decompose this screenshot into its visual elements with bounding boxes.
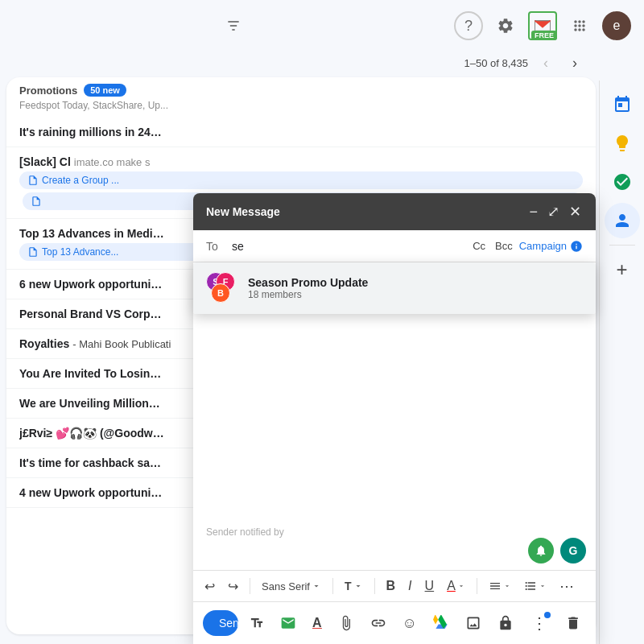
font-size-label: T bbox=[345, 580, 352, 592]
fmt-divider-3 bbox=[374, 578, 375, 594]
underline-button[interactable]: U bbox=[420, 576, 440, 597]
send-main-button[interactable]: Send bbox=[203, 610, 238, 636]
more-options-container: ⋮ bbox=[525, 609, 554, 638]
more-formatting-button[interactable]: ⋯ bbox=[555, 574, 579, 598]
text-color-button[interactable]: A bbox=[442, 576, 470, 597]
formatting-toggle-button[interactable] bbox=[245, 609, 269, 638]
blue-dot-indicator bbox=[544, 612, 551, 618]
image-button[interactable] bbox=[460, 609, 486, 638]
compose-header[interactable]: New Message − ⤢ ✕ bbox=[193, 193, 596, 230]
autocomplete-item[interactable]: S F B Season Promo Update 18 members bbox=[193, 262, 596, 314]
bell-icon-btn[interactable] bbox=[528, 538, 554, 564]
avatar-stack: S F B bbox=[206, 272, 238, 304]
email-sender: j£Rvi≥ 💕🎧🐼 (@Goodwille1) bbox=[19, 427, 164, 440]
pagination-bar: 1–50 of 8,435 ‹ › bbox=[0, 52, 644, 77]
email-sender: We are Unveiling Millionaires i bbox=[19, 397, 164, 410]
undo-button[interactable]: ↩ bbox=[200, 576, 220, 597]
chip-top13-label: Top 13 Advance... bbox=[42, 246, 118, 258]
avatar-group: S F B bbox=[206, 272, 238, 304]
body-icons: G bbox=[528, 538, 586, 564]
to-field-actions: Cc Bcc Campaign bbox=[469, 238, 583, 254]
user-avatar[interactable]: e bbox=[602, 11, 631, 40]
bcc-button[interactable]: Bcc bbox=[492, 238, 516, 254]
compose-dialog: New Message − ⤢ ✕ To Cc Bcc Campaign S bbox=[193, 193, 596, 644]
lock-button[interactable] bbox=[493, 609, 518, 638]
compose-body[interactable]: Sender notified by G bbox=[193, 295, 596, 570]
fmt-divider-2 bbox=[332, 578, 333, 594]
link-button[interactable] bbox=[365, 609, 391, 638]
text-color-action-icon: A bbox=[312, 616, 322, 630]
add-icon: + bbox=[616, 258, 627, 281]
attach-button[interactable] bbox=[333, 609, 359, 638]
list-button[interactable] bbox=[519, 576, 551, 596]
pagination-range: 1–50 of 8,435 bbox=[464, 57, 528, 69]
email-subject-part: imate.co make s bbox=[74, 156, 151, 168]
font-family-select[interactable]: Sans Serif bbox=[257, 577, 326, 596]
top-header: ? FREE e bbox=[0, 0, 644, 52]
sender-notified-label: Sender notified by bbox=[206, 526, 284, 538]
font-size-select[interactable]: T bbox=[340, 576, 368, 596]
tasks-sidebar-button[interactable] bbox=[605, 164, 640, 200]
autocomplete-info: Season Promo Update 18 members bbox=[248, 276, 583, 300]
formatting-toolbar: ↩ ↪ Sans Serif T B I U A ⋯ bbox=[193, 570, 596, 601]
contacts-sidebar-button[interactable] bbox=[605, 203, 640, 238]
email-sender: It's raining millions in 24hrs, d bbox=[19, 126, 164, 138]
email-section-header: Promotions 50 new bbox=[6, 77, 596, 100]
apps-button[interactable] bbox=[564, 10, 596, 42]
italic-button[interactable]: I bbox=[403, 576, 416, 597]
grammarly-icon[interactable]: G bbox=[560, 538, 586, 564]
campaign-button[interactable]: Campaign bbox=[519, 240, 583, 253]
header-right: ? FREE e bbox=[454, 10, 631, 42]
align-button[interactable] bbox=[484, 576, 516, 596]
email-sender: Personal Brand VS Corporate B bbox=[19, 308, 164, 320]
chip-button[interactable]: Create a Group ... bbox=[19, 171, 583, 189]
email-sender: Royalties bbox=[19, 337, 69, 350]
chip-label: Create a Group ... bbox=[42, 175, 119, 186]
keep-sidebar-button[interactable] bbox=[605, 126, 640, 161]
autocomplete-dropdown[interactable]: S F B Season Promo Update 18 members bbox=[193, 262, 596, 314]
to-input[interactable] bbox=[232, 240, 469, 253]
email-subject-royalties: - Mahi Book Publicati bbox=[72, 338, 171, 350]
email-tracking-button[interactable] bbox=[275, 609, 301, 638]
bold-button[interactable]: B bbox=[382, 576, 401, 597]
email-sender: [Slack] Cl bbox=[19, 155, 71, 168]
pagination-prev[interactable]: ‹ bbox=[535, 52, 557, 74]
filter-icon[interactable] bbox=[217, 10, 250, 42]
email-sender: Top 13 Advances in Medical Im bbox=[19, 227, 164, 240]
compose-to-field: To Cc Bcc Campaign S F B Seas bbox=[193, 230, 596, 262]
sidebar-divider bbox=[609, 245, 635, 246]
emoji-button[interactable]: ☺ bbox=[398, 609, 422, 638]
new-badge: 50 new bbox=[84, 84, 126, 97]
section-subtitle: Feedspot Today, StackShare, Up... bbox=[6, 100, 596, 118]
gmail-icon[interactable]: FREE bbox=[528, 11, 557, 40]
compose-actions: Send ▾ A ☺ ⋮ bbox=[193, 601, 596, 644]
settings-button[interactable] bbox=[489, 10, 522, 42]
compose-title: New Message bbox=[206, 205, 280, 218]
autocomplete-name: Season Promo Update bbox=[248, 276, 583, 289]
pagination-next[interactable]: › bbox=[564, 52, 586, 74]
fmt-divider-1 bbox=[250, 578, 250, 594]
compose-close-button[interactable]: ✕ bbox=[568, 201, 583, 222]
sidebar-add-button[interactable]: + bbox=[605, 252, 640, 287]
redo-button[interactable]: ↪ bbox=[223, 576, 243, 597]
email-sender: It's time for cashback savings bbox=[19, 456, 164, 469]
calendar-sidebar-button[interactable] bbox=[605, 87, 640, 122]
compose-minimize-button[interactable]: − bbox=[527, 202, 539, 222]
text-color-action-button[interactable]: A bbox=[308, 609, 327, 638]
fmt-divider-4 bbox=[477, 578, 477, 594]
list-item[interactable]: It's raining millions in 24hrs, d bbox=[6, 118, 596, 147]
right-sidebar: + bbox=[599, 80, 644, 644]
section-title: Promotions bbox=[19, 85, 77, 97]
email-sender: 6 new Upwork opportunities f bbox=[19, 278, 164, 291]
drive-button[interactable] bbox=[428, 609, 454, 638]
help-button[interactable]: ? bbox=[454, 11, 483, 40]
compose-header-actions: − ⤢ ✕ bbox=[527, 201, 583, 222]
autocomplete-members: 18 members bbox=[248, 289, 583, 300]
text-color-icon: A bbox=[447, 579, 456, 593]
email-sender: You Are Invited To Losing Dayl bbox=[19, 367, 164, 380]
delete-button[interactable] bbox=[560, 609, 586, 638]
compose-maximize-button[interactable]: ⤢ bbox=[546, 201, 561, 222]
cc-button[interactable]: Cc bbox=[469, 238, 489, 254]
to-label: To bbox=[206, 240, 225, 253]
email-sender: 4 new Upwork opportunities f bbox=[19, 486, 164, 499]
